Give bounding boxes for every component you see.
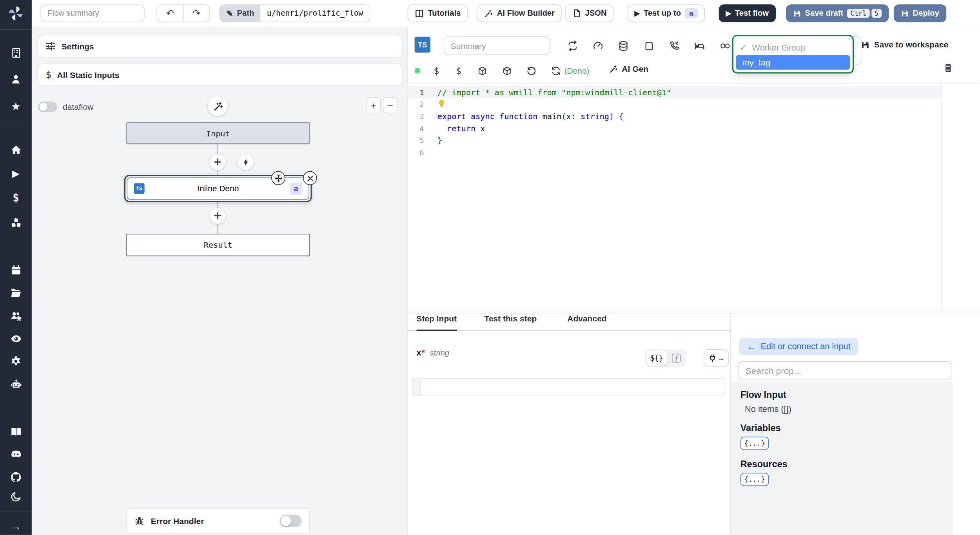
gauge-icon[interactable] — [592, 40, 604, 52]
prop-object-chip[interactable]: {...} — [740, 437, 769, 450]
tab-step-input[interactable]: Step Input — [416, 314, 457, 331]
phone-incoming-icon[interactable] — [668, 40, 680, 52]
all-static-inputs-button[interactable]: $ All Static Inputs — [37, 63, 402, 86]
home-icon[interactable] — [0, 143, 32, 157]
json-button[interactable]: JSON — [565, 4, 613, 22]
connect-input-button[interactable]: → — [704, 349, 729, 367]
error-handler-toggle[interactable] — [279, 515, 302, 527]
docs-book-icon[interactable] — [0, 424, 32, 439]
undo-button[interactable]: ↶ — [157, 5, 183, 22]
test-flow-button[interactable]: ▶ Test flow — [719, 4, 776, 22]
trigger-bolt-button[interactable] — [238, 154, 253, 170]
edit-or-connect-pill[interactable]: ← Edit or connect an input — [739, 338, 858, 355]
workers-robot-icon[interactable] — [0, 377, 32, 391]
save-to-workspace-button[interactable]: Save to workspace — [861, 40, 948, 49]
code-line-2[interactable]: 2 — [408, 98, 942, 111]
repeat-icon[interactable] — [567, 40, 579, 52]
insert-step-button[interactable] — [210, 208, 225, 223]
ai-flow-builder-button[interactable]: AI Flow Builder — [477, 4, 562, 22]
prop-object-chip[interactable]: {...} — [740, 473, 769, 486]
database-icon[interactable] — [617, 40, 630, 52]
path-chip[interactable]: ✎ Path u/henri/prolific_flow — [219, 4, 370, 22]
bed-icon[interactable] — [693, 40, 706, 52]
dataflow-toggle[interactable] — [38, 102, 57, 112]
zoom-in-button[interactable]: + — [367, 97, 381, 113]
step-summary-input[interactable] — [444, 36, 550, 55]
expand-arrow-icon[interactable]: → — [0, 519, 32, 533]
discord-icon[interactable] — [0, 448, 32, 462]
favorites-star-icon[interactable]: ★ — [0, 100, 32, 114]
wand-icon — [484, 9, 493, 18]
arrow-right-icon: → — [718, 354, 725, 362]
field-type: string — [430, 348, 449, 357]
code-editor[interactable]: 1// import * as wmill from "npm:windmill… — [408, 83, 980, 309]
library-book-icon[interactable] — [943, 63, 953, 73]
flow-summary-input[interactable] — [40, 4, 144, 22]
template-mode-button[interactable]: ${} — [646, 350, 667, 366]
zoom-out-button[interactable]: − — [383, 97, 397, 113]
search-prop-input[interactable] — [739, 361, 951, 381]
dollar-icon[interactable]: $ — [453, 65, 465, 77]
tutorials-button[interactable]: Tutorials — [408, 4, 468, 22]
ai-wand-button[interactable] — [208, 96, 227, 116]
code-line-4[interactable]: 4 return x — [408, 122, 942, 134]
worker-group-option-none[interactable]: ✓ Worker Group — [736, 39, 850, 55]
node-result[interactable]: Result — [126, 234, 310, 256]
code-text: return x — [424, 123, 485, 133]
audit-eye-icon[interactable] — [0, 332, 32, 346]
dollar-icon[interactable]: $ — [430, 65, 443, 77]
lightbulb-hint-icon[interactable] — [437, 98, 446, 109]
windmill-logo[interactable] — [0, 4, 32, 23]
github-icon[interactable] — [0, 470, 32, 484]
insert-step-button[interactable] — [210, 154, 225, 170]
square-icon[interactable] — [643, 40, 655, 52]
box-icon[interactable] — [501, 65, 513, 77]
required-asterisk: * — [421, 347, 425, 357]
function-mode-button[interactable]: f — [668, 350, 684, 366]
book-icon — [415, 9, 424, 18]
tutorials-label: Tutorials — [428, 9, 461, 18]
save-draft-button[interactable]: Save draft CtrlS — [786, 4, 889, 22]
field-value-editor[interactable] — [412, 378, 725, 396]
schedules-calendar-icon[interactable] — [0, 263, 32, 277]
tab-advanced[interactable]: Advanced — [567, 314, 606, 331]
dark-mode-moon-icon[interactable] — [0, 489, 32, 503]
redo-button[interactable]: ↷ — [183, 5, 209, 22]
move-node-handle[interactable] — [271, 171, 285, 185]
runs-play-icon[interactable]: ▶ — [0, 166, 32, 180]
flow-graph-panel: Settings $ All Static Inputs dataflow + … — [32, 27, 408, 535]
reload-icon[interactable] — [550, 65, 562, 77]
groups-icon[interactable] — [0, 308, 32, 323]
step-tabs: Step InputTest this stepAdvanced — [408, 314, 730, 331]
panel-resize-handle[interactable] — [408, 308, 980, 314]
resources-cubes-icon[interactable] — [0, 216, 32, 230]
save-draft-shortcut: CtrlS — [847, 9, 882, 18]
flow-settings-button[interactable]: Settings — [37, 35, 402, 58]
node-input[interactable]: Input — [126, 122, 310, 144]
deploy-button[interactable]: Deploy — [894, 4, 946, 22]
error-handler-card[interactable]: Error Handler — [126, 508, 310, 534]
code-line-5[interactable]: 5} — [408, 134, 942, 147]
worker-group-option-selected[interactable]: my_tag — [736, 55, 850, 70]
folders-icon[interactable] — [0, 286, 32, 300]
code-text: export async function main(x: string) { — [424, 112, 624, 121]
variables-dollar-icon[interactable]: $ — [0, 191, 32, 205]
link-icon[interactable] — [719, 40, 731, 52]
settings-gear-icon[interactable] — [0, 354, 32, 368]
code-line-3[interactable]: 3export async function main(x: string) { — [408, 110, 942, 122]
save-draft-label: Save draft — [805, 9, 844, 18]
test-up-to-button[interactable]: ▶ Test up to a — [628, 4, 705, 22]
code-line-1[interactable]: 1// import * as wmill from "npm:windmill… — [408, 86, 942, 98]
delete-node-button[interactable] — [303, 171, 317, 185]
json-label: JSON — [585, 9, 606, 18]
ai-gen-button[interactable]: AI Gen — [609, 64, 648, 73]
user-icon[interactable] — [0, 72, 32, 86]
test-flow-label: Test flow — [735, 9, 769, 18]
field-value-input[interactable] — [421, 379, 725, 395]
all-static-inputs-label: All Static Inputs — [57, 70, 120, 80]
code-line-6[interactable]: 6 — [408, 147, 942, 159]
history-icon[interactable] — [525, 65, 537, 77]
box-icon[interactable] — [476, 65, 488, 77]
tab-test-this-step[interactable]: Test this step — [484, 314, 537, 331]
workspace-building-icon[interactable] — [0, 45, 32, 60]
